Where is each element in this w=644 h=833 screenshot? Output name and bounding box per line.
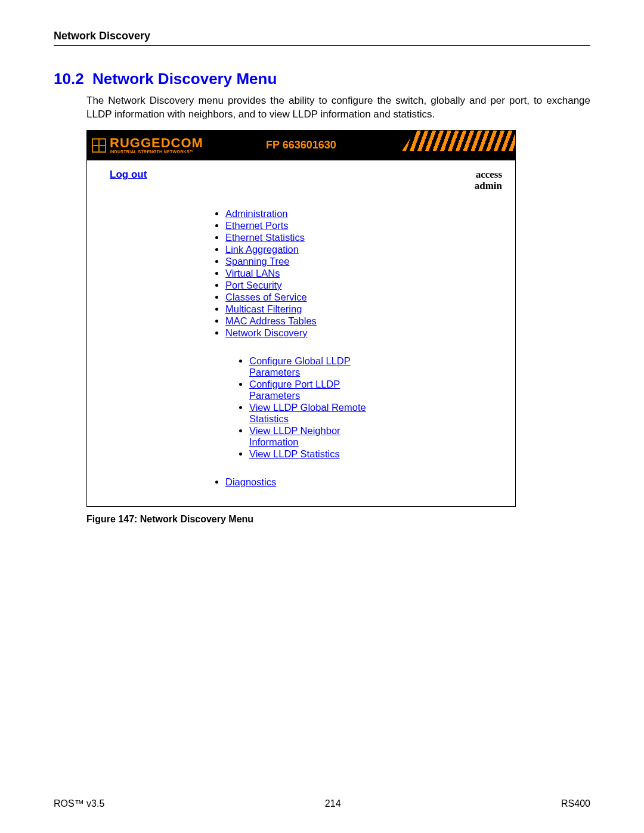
section-number: 10.2 xyxy=(54,70,84,88)
section-name: Network Discovery Menu xyxy=(92,70,277,88)
menu-item: MAC Address Tables xyxy=(225,315,503,327)
menu-link[interactable]: Link Aggregation xyxy=(225,244,299,255)
menu-link[interactable]: Virtual LANs xyxy=(225,268,280,278)
submenu-item: Configure Port LLDP Parameters xyxy=(249,379,373,401)
menu-link[interactable]: Diagnostics xyxy=(225,476,276,487)
menu-item: Ethernet Statistics xyxy=(225,232,503,243)
access-label: access xyxy=(475,169,502,181)
menu-link[interactable]: Network Discovery xyxy=(225,327,308,338)
menu-link[interactable]: MAC Address Tables xyxy=(225,315,317,326)
menu-item: Virtual LANs xyxy=(225,268,503,279)
menu-link[interactable]: Classes of Service xyxy=(225,292,307,302)
submenu-item: Configure Global LLDP Parameters xyxy=(249,355,373,378)
menu-item: Port Security xyxy=(225,280,503,291)
submenu-link[interactable]: View LLDP Statistics xyxy=(249,448,340,459)
menu-item: Ethernet Ports xyxy=(225,220,503,231)
submenu-link[interactable]: Configure Global LLDP Parameters xyxy=(249,355,351,377)
menu-item: Spanning Tree xyxy=(225,256,503,267)
main-menu-area: AdministrationEthernet PortsEthernet Sta… xyxy=(87,197,515,506)
logout-link[interactable]: Log out xyxy=(110,169,147,192)
menu-item: Administration xyxy=(225,208,503,219)
submenu-item: View LLDP Global Remote Statistics xyxy=(249,402,373,425)
logo-main-text: RUGGEDCOM xyxy=(110,137,203,150)
submenu-link[interactable]: Configure Port LLDP Parameters xyxy=(249,379,340,401)
logo: RUGGEDCOM INDUSTRIAL STRENGTH NETWORKS™ xyxy=(87,137,203,154)
footer-center: 214 xyxy=(325,798,341,809)
menu-link[interactable]: Multicast Filtering xyxy=(225,304,302,314)
menu-item: Diagnostics xyxy=(225,476,503,488)
banner-hatch-decoration xyxy=(402,131,515,151)
submenu-item: View LLDP Neighbor Information xyxy=(249,425,373,448)
main-menu-list: AdministrationEthernet PortsEthernet Sta… xyxy=(212,208,503,339)
submenu-item: View LLDP Statistics xyxy=(249,448,373,460)
footer-right: RS400 xyxy=(561,798,590,809)
menu-item: Network Discovery xyxy=(225,327,503,339)
access-role: admin xyxy=(475,180,502,192)
page-footer: ROS™ v3.5 214 RS400 xyxy=(54,798,590,809)
footer-left: ROS™ v3.5 xyxy=(54,798,104,809)
figure-screenshot: RUGGEDCOM INDUSTRIAL STRENGTH NETWORKS™ … xyxy=(86,130,516,507)
submenu-list: Configure Global LLDP ParametersConfigur… xyxy=(236,355,373,460)
menu-link[interactable]: Spanning Tree xyxy=(225,256,289,267)
banner-title: FP 663601630 xyxy=(266,139,336,151)
access-info: access admin xyxy=(475,169,502,192)
menu-link[interactable]: Ethernet Ports xyxy=(225,220,288,231)
logo-icon xyxy=(92,138,106,153)
menu-item: Classes of Service xyxy=(225,292,503,303)
toolbar: Log out access admin xyxy=(87,160,515,197)
section-body: The Network Discovery menu provides the … xyxy=(86,94,590,122)
section-title: 10.2 Network Discovery Menu xyxy=(54,70,590,88)
menu-link[interactable]: Administration xyxy=(225,208,288,219)
app-banner: RUGGEDCOM INDUSTRIAL STRENGTH NETWORKS™ … xyxy=(87,131,515,160)
submenu-link[interactable]: View LLDP Global Remote Statistics xyxy=(249,402,366,424)
menu-item: Multicast Filtering xyxy=(225,304,503,315)
menu-link[interactable]: Ethernet Statistics xyxy=(225,232,305,243)
chapter-heading: Network Discovery xyxy=(54,30,590,46)
logo-sub-text: INDUSTRIAL STRENGTH NETWORKS™ xyxy=(110,150,203,154)
submenu-link[interactable]: View LLDP Neighbor Information xyxy=(249,425,340,447)
main-menu-list-after: Diagnostics xyxy=(212,476,503,488)
menu-item: Link Aggregation xyxy=(225,244,503,255)
figure-caption: Figure 147: Network Discovery Menu xyxy=(86,514,590,525)
menu-link[interactable]: Port Security xyxy=(225,280,281,290)
